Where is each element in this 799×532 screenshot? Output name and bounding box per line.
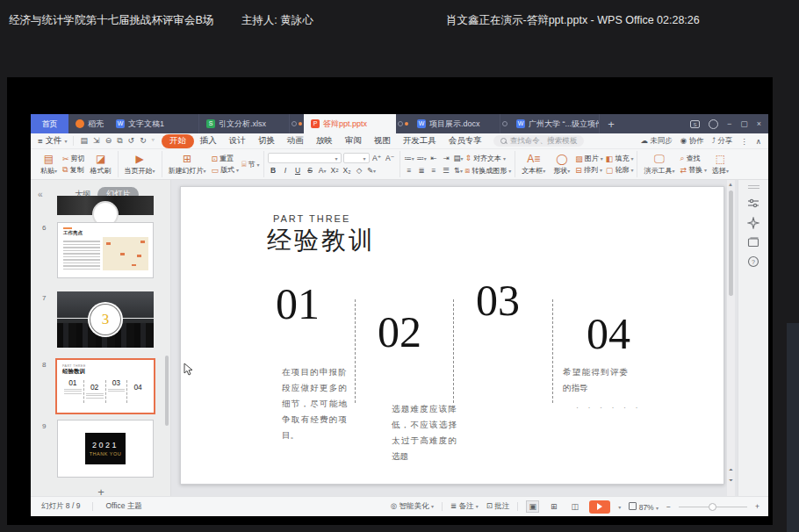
ribbon-tab-transition[interactable]: 切换 [252,134,281,147]
ribbon-tab-animation[interactable]: 动画 [281,134,310,147]
align-left-button[interactable]: ≡ [404,165,415,176]
align-center-button[interactable]: ≣ [416,165,428,176]
decrease-font-icon[interactable]: A⁻ [385,153,396,163]
cut-button[interactable]: ✂剪切 [62,154,85,163]
rail-drag-handle[interactable] [748,185,759,186]
reading-view-button[interactable]: ◫ [568,500,581,513]
play-options-icon[interactable]: ▾ [618,504,621,510]
previous-slide-button[interactable]: ⏶ [727,467,735,473]
tab-docer[interactable]: 稻壳 [68,114,109,133]
underline-button[interactable]: U [292,165,304,176]
tab-writer-doc1[interactable]: W 文字文稿1 [109,114,199,133]
text-effect-button[interactable]: ✎▾ [366,165,378,176]
more-menu-icon[interactable]: ⋮ [740,137,748,146]
comments-button[interactable]: ⊡ 批注 [486,501,509,512]
help-icon[interactable]: ? [747,255,759,268]
textbox-button[interactable]: A≡文本框▾ [519,154,548,176]
italic-button[interactable]: I [280,165,292,176]
shapes-button[interactable]: ◯形状▾ [551,154,572,176]
scroll-up-icon[interactable]: ▲ [728,182,733,187]
align-right-button[interactable]: ≡ [428,165,440,176]
notes-button[interactable]: ≣ 备注 ▾ [450,501,479,512]
picture-button[interactable]: ▨图片▾ [575,154,603,163]
zoom-out-button[interactable]: − [666,502,671,511]
slide-thumbnail-5[interactable] [57,196,154,215]
slide-thumbnail-7[interactable]: 3 [57,291,154,348]
justify-button[interactable]: ☰ [441,165,452,176]
format-painter-button[interactable]: ◪格式刷 [88,154,114,176]
arrange-button[interactable]: ⊟排列▾ [575,165,603,175]
print-icon[interactable]: ⊖ [105,136,112,146]
tab-writer-gzhu[interactable]: W 广州大学 “...级立项作品 [509,114,600,133]
smart-beautify-icon[interactable] [747,217,759,229]
slideshow-play-button[interactable] [589,500,610,514]
slide-sorter-view-button[interactable]: ⊞ [547,500,560,513]
select-button[interactable]: ⬚选择▾ [709,154,731,176]
increase-indent-button[interactable]: ⇥ [441,153,452,163]
slide-thumbnail-8-selected[interactable]: PART THREE 经验教训 01 02 03 04 [55,358,155,414]
fit-zoom-button[interactable]: 87% ▾ [629,502,659,512]
section-button[interactable]: ⌸节▾ [241,160,259,169]
save-icon[interactable]: ▤ [81,136,89,146]
zoom-in-button[interactable]: + [755,502,759,511]
font-size-select[interactable]: ▾ [343,153,370,163]
ribbon-tab-slideshow[interactable]: 放映 [310,134,339,147]
new-slide-button[interactable]: ⊞新建幻灯片▾ [166,154,209,176]
superscript-button[interactable]: X2 [329,165,341,176]
ribbon-tab-home[interactable]: 开始 [162,134,194,148]
sync-status-button[interactable]: ☁ 未同步 [640,136,672,147]
tab-ppt-active[interactable]: P 答辩ppt.pptx [304,114,396,133]
layout-panel-icon[interactable] [747,236,759,248]
tab-writer-project[interactable]: W 项目展示.docx [410,114,500,133]
bold-button[interactable]: B [268,165,279,176]
copy-button[interactable]: ⧉复制 [62,165,85,175]
line-spacing-button[interactable]: ⇅▾ [453,165,464,176]
minimize-button[interactable]: − [727,119,731,128]
ribbon-tab-insert[interactable]: 插入 [194,134,223,147]
fill-button[interactable]: ◧填充▾ [606,154,634,163]
zoom-slider-knob[interactable] [709,503,716,511]
new-tab-button[interactable]: + [600,114,623,133]
thumbnail-scrollbar[interactable] [165,356,169,426]
canvas-scrollbar[interactable]: ▲ ⏶ ⏷ [727,180,735,496]
replace-button[interactable]: ⇄替换▾ [680,165,707,175]
decrease-indent-button[interactable]: ⇤ [428,153,440,163]
undo-icon[interactable]: ↺ [128,136,135,146]
text-direction-button[interactable]: ▤▾ [453,153,464,163]
close-button[interactable]: × [757,119,761,128]
layout-button[interactable]: ▭版式▾ [212,165,240,175]
properties-sliders-icon[interactable] [747,198,759,210]
canvas-scroll-thumb[interactable] [729,191,733,296]
tab-home[interactable]: 首页 [31,114,68,133]
find-button[interactable]: ⌕查找 [680,154,707,163]
file-menu[interactable]: ≡ 文件 ▾ [31,135,73,147]
reset-button[interactable]: ⊡重置 [212,154,240,163]
share-button[interactable]: ⤴ 分享 [712,136,733,147]
slide-thumbnail-6[interactable]: 工作亮点 [57,222,154,278]
outline-button[interactable]: ▢轮廓▾ [606,165,634,175]
subscript-button[interactable]: X₂ [342,165,353,176]
tab-sheet-citation[interactable]: S 引文分析.xlsx [199,114,290,133]
next-slide-button[interactable]: ⏷ [727,478,735,484]
ribbon-tab-member[interactable]: 会员专享 [443,134,488,147]
ribbon-tab-review[interactable]: 审阅 [339,134,368,147]
normal-view-button[interactable]: ▣ [526,500,539,513]
align-text-button[interactable]: ⇕对齐文本▾ [465,154,507,163]
restore-button[interactable]: ▢ [740,119,748,128]
customize-icon[interactable]: ▿ [152,136,155,146]
preview-icon[interactable]: ⧉ [117,136,122,146]
smart-beautify-button[interactable]: ◎ 智能美化 ▾ [391,501,434,512]
theme-name[interactable]: Office 主题 [105,501,141,512]
command-search-input[interactable]: 查找命令、搜索模板 [493,135,585,147]
ribbon-tab-design[interactable]: 设计 [223,134,252,147]
numbering-button[interactable]: ≕▾ [416,153,428,163]
bullets-button[interactable]: ≔▾ [404,153,415,163]
zoom-slider[interactable] [679,507,747,507]
convert-smartart-button[interactable]: ⧈转换成图形▾ [465,166,512,176]
increase-font-icon[interactable]: A⁺ [371,153,383,163]
slide-thumbnail-9[interactable]: 2021 THANK YOU [57,420,154,478]
ribbon-tab-view[interactable]: 视图 [368,134,397,147]
font-color-button[interactable]: A▾ [317,165,328,176]
workspace-icon[interactable]: S [690,120,700,128]
export-icon[interactable]: ⇲ [93,136,100,146]
